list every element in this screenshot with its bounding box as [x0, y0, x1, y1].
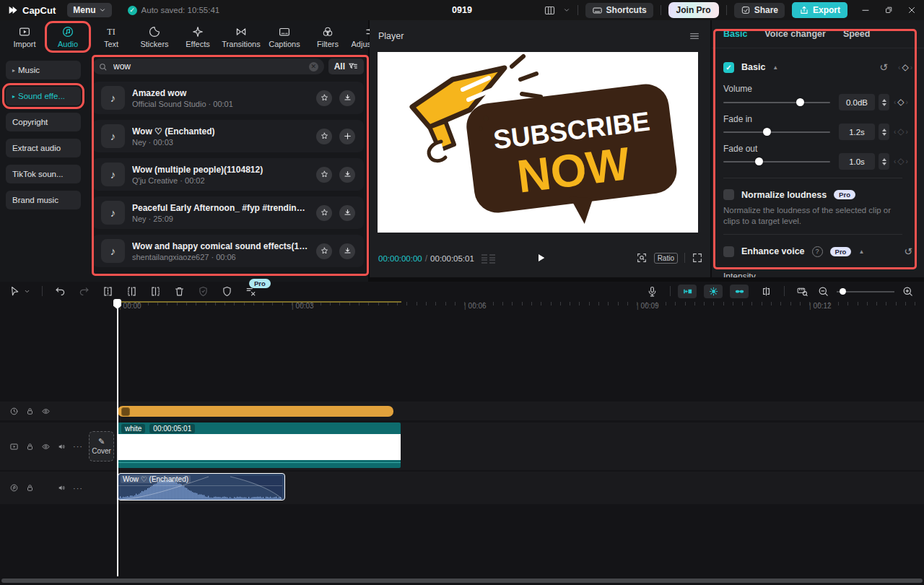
shortcuts-button[interactable]: Shortcuts — [585, 3, 653, 18]
menu-button[interactable]: Menu — [67, 3, 111, 17]
lock-icon[interactable] — [25, 442, 35, 451]
layout-panels-icon[interactable] — [544, 4, 556, 17]
download-button[interactable] — [339, 167, 355, 183]
sound-item[interactable]: ♪Wow ♡ (Enchanted)Ney · 00:03 — [92, 120, 364, 152]
layout-chevron-icon[interactable] — [563, 6, 570, 14]
timeline-zoom-slider[interactable] — [837, 287, 894, 295]
lock-icon[interactable] — [25, 407, 35, 416]
favorite-button[interactable] — [316, 167, 332, 183]
redo-icon[interactable] — [78, 285, 90, 298]
tab-transitions[interactable]: Transitions — [221, 24, 261, 50]
fade-in-value[interactable]: 1.2s — [839, 124, 875, 140]
add-to-timeline-button[interactable] — [339, 129, 355, 144]
download-button[interactable] — [339, 90, 355, 106]
tab-basic[interactable]: Basic — [723, 29, 747, 39]
lock-icon[interactable] — [25, 483, 35, 493]
minimize-button[interactable] — [860, 5, 871, 15]
select-tool-icon[interactable] — [9, 285, 21, 298]
tab-text[interactable]: TIText — [91, 24, 131, 50]
split-preview-icon[interactable] — [760, 285, 772, 298]
join-pro-button[interactable]: Join Pro — [668, 2, 719, 18]
fade-out-keyframe-icon[interactable]: ‹◇› — [894, 156, 908, 166]
download-button[interactable] — [339, 205, 355, 221]
export-button[interactable]: Export — [792, 2, 847, 18]
ratio-button[interactable]: Ratio — [654, 253, 678, 264]
fullscreen-icon[interactable] — [692, 252, 703, 264]
category-extract-audio[interactable]: Extract audio — [6, 139, 81, 157]
category-brand-music[interactable]: Brand music — [6, 191, 81, 209]
fade-out-stepper[interactable] — [879, 153, 889, 170]
clock-icon[interactable] — [9, 407, 19, 416]
zoom-in-icon[interactable] — [902, 285, 914, 298]
favorite-button[interactable] — [316, 243, 332, 259]
tab-effects[interactable]: Effects — [178, 24, 218, 50]
frame-view-icon[interactable] — [481, 254, 495, 264]
preview-axis-icon[interactable] — [796, 285, 808, 298]
basic-checkbox[interactable]: ✓ — [723, 62, 734, 73]
normalize-checkbox[interactable] — [723, 189, 734, 200]
category-tiktok-soun[interactable]: TikTok soun... — [6, 165, 81, 183]
undo-icon[interactable] — [54, 285, 66, 298]
collapse-arrow-icon[interactable]: ▲ — [772, 64, 778, 71]
favorite-button[interactable] — [316, 205, 332, 221]
split-icon[interactable] — [102, 285, 114, 298]
tab-speed[interactable]: Speed — [843, 29, 871, 39]
timeline-ruler[interactable]: |00:00|00:03|00:06|00:09|00:12 — [94, 300, 924, 315]
download-button[interactable] — [339, 243, 355, 259]
speaker-icon[interactable] — [57, 442, 66, 451]
play-button[interactable] — [534, 251, 547, 264]
sound-item[interactable]: ♪Wow (multiple people)(1104812)Q'ju Crea… — [92, 158, 364, 191]
delete-right-icon[interactable] — [149, 285, 162, 298]
linking-toggle[interactable] — [730, 285, 749, 298]
help-icon[interactable]: ? — [812, 246, 823, 257]
filter-button[interactable]: All — [328, 58, 364, 74]
search-box[interactable]: ✕ — [92, 58, 324, 74]
maximize-button[interactable] — [884, 5, 894, 15]
more-options-icon[interactable]: ··· — [73, 484, 83, 493]
tab-audio[interactable]: Audio — [48, 24, 88, 50]
speaker-icon[interactable] — [57, 483, 66, 493]
sound-item[interactable]: ♪Amazed wowOfficial Sound Studio · 00:01 — [92, 82, 364, 114]
clear-search-icon[interactable]: ✕ — [309, 62, 318, 72]
keyframe-diamond-icon[interactable]: ‹◇› — [898, 62, 912, 72]
player-menu-icon[interactable] — [689, 30, 700, 42]
delete-icon[interactable] — [173, 285, 186, 298]
timeline-horizontal-scrollbar[interactable] — [1, 578, 923, 583]
volume-keyframe-icon[interactable]: ‹◇› — [894, 97, 908, 107]
fade-in-slider[interactable] — [723, 128, 830, 136]
more-options-icon[interactable]: ··· — [73, 442, 83, 451]
tab-stickers[interactable]: Stickers — [134, 24, 175, 50]
volume-stepper[interactable] — [879, 94, 889, 110]
search-input[interactable] — [112, 61, 305, 72]
favorite-button[interactable] — [316, 129, 332, 144]
share-button[interactable]: Share — [734, 3, 785, 18]
category-music[interactable]: ▸Music — [6, 61, 81, 79]
delete-left-icon[interactable] — [126, 285, 138, 298]
eye-icon[interactable] — [41, 442, 51, 451]
auto-ripple-toggle[interactable] — [678, 285, 697, 298]
enhance-checkbox[interactable] — [723, 246, 734, 257]
fade-in-stepper[interactable] — [879, 124, 889, 140]
zoom-out-icon[interactable] — [817, 285, 829, 298]
favorite-button[interactable] — [316, 90, 332, 106]
sound-item[interactable]: ♪Wow and happy comical sound effects(122… — [92, 235, 364, 267]
fade-out-slider[interactable] — [723, 157, 830, 165]
fade-out-value[interactable]: 1.0s — [839, 153, 875, 170]
category-copyright[interactable]: Copyright — [6, 113, 81, 131]
tab-filters[interactable]: Filters — [308, 24, 348, 50]
select-tool-chevron-icon[interactable] — [24, 288, 30, 295]
fade-in-keyframe-icon[interactable]: ‹◇› — [894, 126, 908, 136]
reset-icon[interactable]: ↺ — [879, 61, 888, 73]
eye-icon[interactable] — [41, 407, 51, 416]
sticker-clip[interactable] — [118, 406, 393, 417]
edit-cover-button[interactable]: ✎ Cover — [89, 431, 114, 462]
collapse-arrow-icon[interactable]: ▲ — [858, 248, 864, 255]
tab-import[interactable]: Import — [4, 24, 45, 50]
tab-voice-changer[interactable]: Voice changer — [764, 29, 826, 39]
record-voiceover-icon[interactable] — [646, 285, 658, 298]
preview-canvas[interactable]: SUBSCRIBE NOW — [378, 52, 698, 233]
audio-clip-selected[interactable]: Wow ♡ (Enchanted) — [118, 473, 285, 500]
volume-slider[interactable] — [723, 98, 830, 106]
snapping-toggle[interactable] — [704, 285, 723, 298]
enhance-reset-icon[interactable]: ↺ — [904, 246, 912, 257]
